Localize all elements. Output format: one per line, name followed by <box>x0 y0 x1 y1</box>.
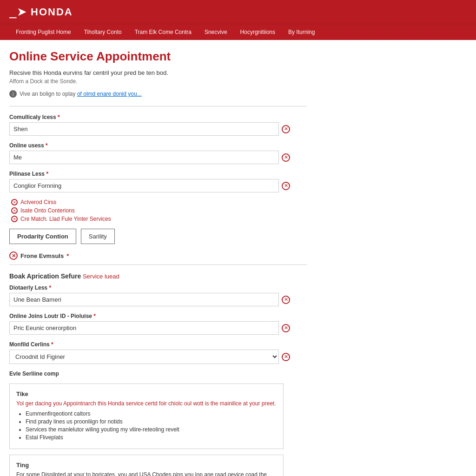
clear-icon-6[interactable]: ✕ <box>282 353 290 361</box>
required-star-2: * <box>46 142 48 149</box>
form-group-field1: Comullicaly Icess * ✕ <box>9 114 307 136</box>
clear-icon-1[interactable]: ✕ <box>282 125 290 133</box>
bullet-item-3: ✕ Cre Match. Llad Fule Yinter Services <box>11 216 307 222</box>
input-field2[interactable] <box>9 151 279 164</box>
input-field3[interactable] <box>9 179 279 192</box>
field-row-4: ✕ <box>9 293 307 306</box>
divider-1 <box>9 106 307 106</box>
form-group-field3: Pilinase Less * ✕ <box>9 171 307 192</box>
divider-2 <box>9 264 307 265</box>
bullet-item-2: ✕ Isate Onto Conterions <box>11 207 307 214</box>
label-field7: Evle Serliine comp <box>9 370 307 377</box>
nav-bar: Fronting Puglist Home Tiholtary Conto Tr… <box>0 24 476 40</box>
infobox1-list: Eummenfirqeotiont caltors Find prady lin… <box>16 410 277 441</box>
info-icon: i <box>9 90 17 98</box>
bullet-item-1: ✕ Aclverod Cirss <box>11 199 307 205</box>
page-subtitle: Recsive this Honda eurvins far centril y… <box>9 69 307 76</box>
bullet-icon-1: ✕ <box>11 199 18 205</box>
input-field1[interactable] <box>9 122 279 136</box>
input-field4[interactable] <box>9 293 279 306</box>
infobox1-item-3: Services the manlelutor wiling youting m… <box>26 426 277 433</box>
field-row-3: ✕ <box>9 179 307 192</box>
label-field6: Monfild Cerlins * <box>9 341 307 348</box>
section-circle-icon: ✕ <box>9 251 18 260</box>
logo: ⎯➤ HONDA <box>9 5 73 19</box>
input-field5[interactable] <box>9 321 279 335</box>
infobox1-subtitle: Yol ger dacing you Appointnarch this Hon… <box>16 400 277 407</box>
prodarity-button[interactable]: Prodarity Contion <box>9 229 76 244</box>
clear-icon-4[interactable]: ✕ <box>282 296 290 304</box>
infobox1-item-2: Find prady lines us proonliign for notid… <box>26 418 277 425</box>
infobox1-item-1: Eummenfirqeotiont caltors <box>26 410 277 417</box>
honda-wing-icon: ⎯➤ <box>9 5 27 19</box>
clear-icon-3[interactable]: ✕ <box>282 182 290 190</box>
section-header-1: ✕ Frone Evmsuls * <box>9 251 307 260</box>
select-field6[interactable]: Croodnit Id Figiner <box>9 350 279 364</box>
nav-item-2[interactable]: Tiholtary Conto <box>78 24 128 40</box>
main-content: Online Service Appointment Recsive this … <box>0 40 316 476</box>
required-star-6: * <box>51 341 53 348</box>
info-text: Vive an bolign to oplay of olmd enare do… <box>20 91 142 97</box>
bullet-icon-3: ✕ <box>11 216 18 222</box>
nav-item-4[interactable]: Snecvive <box>198 24 234 40</box>
page-subtitle2: Affom a Dock at the Sonde. <box>9 78 307 85</box>
clear-icon-5[interactable]: ✕ <box>282 324 290 332</box>
nav-item-3[interactable]: Tram Elk Come Contra <box>128 24 198 40</box>
form-group-field4: Diotaerly Less * ✕ <box>9 284 307 306</box>
info-row: i Vive an bolign to oplay of olmd enare … <box>9 90 307 98</box>
nav-item-6[interactable]: By Iturning <box>282 24 321 40</box>
form-group-field5: Online Joins Loutr ID - Pioluise * ✕ <box>9 313 307 335</box>
label-field4: Diotaerly Less * <box>9 284 307 291</box>
form-group-field7: Evle Serliine comp <box>9 370 307 377</box>
label-field1: Comullicaly Icess * <box>9 114 307 120</box>
required-star-4: * <box>49 284 51 291</box>
infobox2-title: Ting <box>16 462 277 469</box>
required-star-1: * <box>58 114 60 120</box>
nav-item-5[interactable]: Hocyrgnitiions <box>234 24 282 40</box>
nav-item-1[interactable]: Fronting Puglist Home <box>9 24 78 40</box>
infobox2-text: For some Disnilnted at your to boricates… <box>16 471 277 476</box>
infobox1-item-4: Estal Fliveplats <box>26 434 277 441</box>
btn-row-1: Prodarity Contion Sarility <box>9 229 307 244</box>
honda-logo-text: HONDA <box>31 6 73 18</box>
field-row-6: Croodnit Id Figiner ✕ <box>9 350 307 364</box>
info-link[interactable]: of olmd enare donid you... <box>77 91 142 97</box>
header: ⎯➤ HONDA <box>0 0 476 24</box>
required-star-3: * <box>46 171 48 177</box>
info-box-2: Ting For some Disnilnted at your to bori… <box>9 455 284 476</box>
form-group-field2: Online usess * ✕ <box>9 142 307 164</box>
label-field2: Online usess * <box>9 142 307 149</box>
page-title: Online Service Appointment <box>9 49 307 64</box>
bullet-icon-2: ✕ <box>11 207 18 214</box>
field-row-2: ✕ <box>9 151 307 164</box>
field-row-5: ✕ <box>9 321 307 335</box>
infobox1-title: Tike <box>16 390 277 397</box>
bullet-list: ✕ Aclverod Cirss ✕ Isate Onto Conterions… <box>11 199 307 222</box>
label-field3: Pilinase Less * <box>9 171 307 177</box>
sarility-button[interactable]: Sarility <box>81 229 115 244</box>
required-star-5: * <box>93 313 96 319</box>
section-required-star: * <box>66 252 69 259</box>
label-field5: Online Joins Loutr ID - Pioluise * <box>9 313 307 319</box>
clear-icon-2[interactable]: ✕ <box>282 153 290 162</box>
info-box-1: Tike Yol ger dacing you Appointnarch thi… <box>9 383 284 449</box>
form-group-field6: Monfild Cerlins * Croodnit Id Figiner ✕ <box>9 341 307 364</box>
field-row-1: ✕ <box>9 122 307 136</box>
section-title-row: Boak Aprication Sefure Service luead <box>9 272 307 280</box>
